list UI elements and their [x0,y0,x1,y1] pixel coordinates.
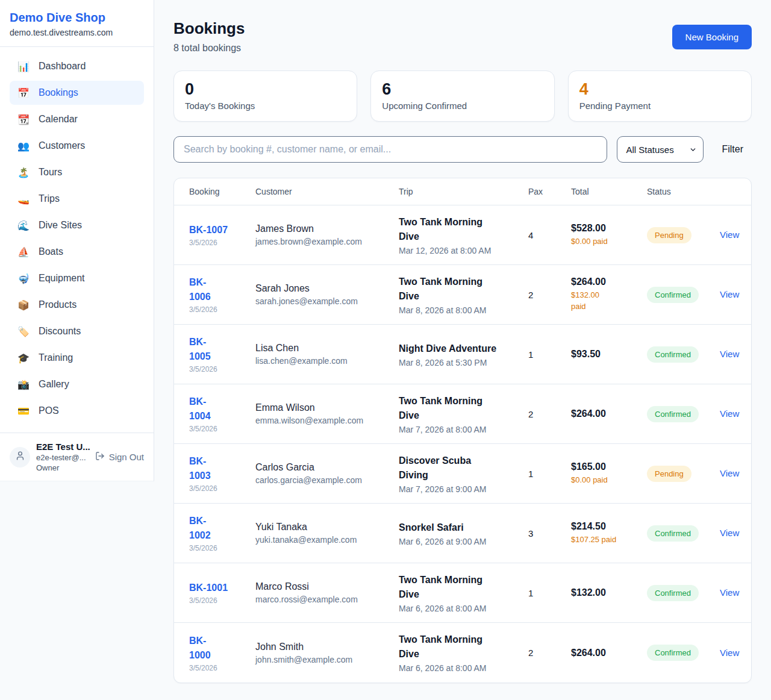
stats-row: 0 Today's Bookings 6 Upcoming Confirmed … [173,70,752,122]
paid-amount: $132.00 paid [571,290,641,313]
action-cell: View [720,460,745,487]
booking-date: 3/5/2026 [189,365,249,373]
pax-count: 1 [528,580,571,607]
sidebar-item-training[interactable]: 🎓 Training [10,346,144,370]
view-link[interactable]: View [720,528,739,538]
view-link[interactable]: View [720,349,739,359]
total-amount: $214.50 [571,521,641,532]
sidebar-item-dashboard[interactable]: 📊 Dashboard [10,54,144,78]
sidebar-item-calendar[interactable]: 📆 Calendar [10,107,144,131]
trip-datetime: Mar 6, 2026 at 9:00 AM [399,537,522,546]
sign-out-button[interactable]: Sign Out [95,451,144,463]
sidebar-item-discounts[interactable]: 🏷️ Discounts [10,319,144,343]
trip-cell: Two Tank Morning Dive Mar 6, 2026 at 8:0… [399,624,528,681]
paid-amount: $0.00 paid [571,236,641,248]
action-cell: View [720,639,745,667]
training-icon: 🎓 [17,352,30,364]
page-header: Bookings 8 total bookings New Booking [173,19,752,54]
sidebar-item-label: Dashboard [39,61,86,72]
search-input[interactable] [173,136,607,163]
view-link[interactable]: View [720,587,739,598]
trip-datetime: Mar 12, 2026 at 8:00 AM [399,246,522,255]
status-cell: Confirmed [647,338,720,371]
booking-id-link[interactable]: BK-1001 [189,581,228,595]
customer-cell: Marco Rossi marco.rossi@example.com [255,573,399,613]
table-row: BK- 1003 3/5/2026 Carlos Garcia carlos.g… [174,444,751,504]
status-badge: Pending [647,466,691,482]
booking-date: 3/5/2026 [189,239,249,247]
sidebar-item-label: Equipment [39,273,85,284]
sidebar-item-bookings[interactable]: 📅 Bookings [10,81,144,105]
booking-cell: BK-1007 3/5/2026 [189,214,255,255]
customer-cell: Emma Wilson emma.wilson@example.com [255,394,399,434]
sidebar-item-trips[interactable]: 🚤 Trips [10,187,144,211]
brand-link[interactable]: Demo Dive Shop [10,11,144,25]
view-link[interactable]: View [720,408,739,419]
sidebar-item-gallery[interactable]: 📸 Gallery [10,372,144,396]
stat-value: 4 [579,80,740,99]
trip-datetime: Mar 7, 2026 at 8:00 AM [399,425,522,434]
booking-id-link[interactable]: BK- 1006 [189,275,211,304]
action-cell: View [720,400,745,428]
sidebar-item-products[interactable]: 📦 Products [10,293,144,317]
booking-id-link[interactable]: BK- 1004 [189,395,211,423]
trip-datetime: Mar 6, 2026 at 8:00 AM [399,663,522,673]
customer-name: James Brown [255,223,393,234]
trip-name: Two Tank Morning Dive [399,573,522,602]
column-header-status: Status [647,187,720,196]
total-amount: $528.00 [571,223,641,234]
customer-name: Emma Wilson [255,402,393,413]
sidebar-item-equipment[interactable]: 🤿 Equipment [10,266,144,290]
sidebar-item-dive-sites[interactable]: 🌊 Dive Sites [10,213,144,237]
pax-count: 1 [528,341,571,368]
booking-id-link[interactable]: BK-1007 [189,223,228,237]
booking-id-link[interactable]: BK- 1003 [189,454,211,483]
sidebar-item-boats[interactable]: ⛵ Boats [10,240,144,264]
view-link[interactable]: View [720,468,739,478]
customer-email: lisa.chen@example.com [255,356,393,366]
trip-name: Two Tank Morning Dive [399,275,522,304]
booking-date: 3/5/2026 [189,484,249,493]
trip-datetime: Mar 8, 2026 at 8:00 AM [399,305,522,315]
dashboard-icon: 📊 [17,61,30,72]
person-icon [15,451,25,463]
total-amount: $132.00 [571,587,641,598]
stat-label: Upcoming Confirmed [382,101,543,111]
booking-id-link[interactable]: BK- 1000 [189,634,211,663]
view-link[interactable]: View [720,648,739,658]
products-icon: 📦 [17,299,30,311]
sidebar-item-pos[interactable]: 💳 POS [10,399,144,423]
status-cell: Pending [647,219,720,252]
status-select[interactable]: All Statuses [617,136,704,163]
trip-cell: Discover Scuba Diving Mar 7, 2026 at 9:0… [399,445,528,502]
total-amount: $264.00 [571,648,641,658]
filter-button[interactable]: Filter [713,144,752,155]
status-badge: Confirmed [647,287,699,303]
total-amount: $264.00 [571,277,641,287]
view-link[interactable]: View [720,289,739,299]
trip-name: Two Tank Morning Dive [399,394,522,423]
table-row: BK- 1004 3/5/2026 Emma Wilson emma.wilso… [174,384,751,444]
boats-icon: ⛵ [17,246,30,258]
action-cell: View [720,340,745,368]
booking-date: 3/5/2026 [189,425,249,433]
booking-id-link[interactable]: BK- 1002 [189,514,211,543]
status-badge: Confirmed [647,406,699,422]
stat-card: 0 Today's Bookings [173,70,357,122]
sidebar-item-label: Dive Sites [39,220,82,231]
status-cell: Confirmed [647,577,720,610]
customer-name: Yuki Tanaka [255,522,393,533]
total-amount: $93.50 [571,349,641,360]
stat-value: 6 [382,80,543,99]
sidebar-item-tours[interactable]: 🏝️ Tours [10,160,144,184]
new-booking-button[interactable]: New Booking [672,25,752,49]
customer-cell: Lisa Chen lisa.chen@example.com [255,334,399,374]
view-link[interactable]: View [720,230,739,240]
customer-name: Carlos Garcia [255,462,393,473]
action-cell: View [720,519,745,547]
sidebar-item-customers[interactable]: 👥 Customers [10,134,144,158]
user-email: e2e-tester@... [36,453,95,462]
booking-id-link[interactable]: BK- 1005 [189,335,211,364]
brand-domain: demo.test.divestreams.com [10,28,144,37]
customer-cell: Carlos Garcia carlos.garcia@example.com [255,454,399,493]
